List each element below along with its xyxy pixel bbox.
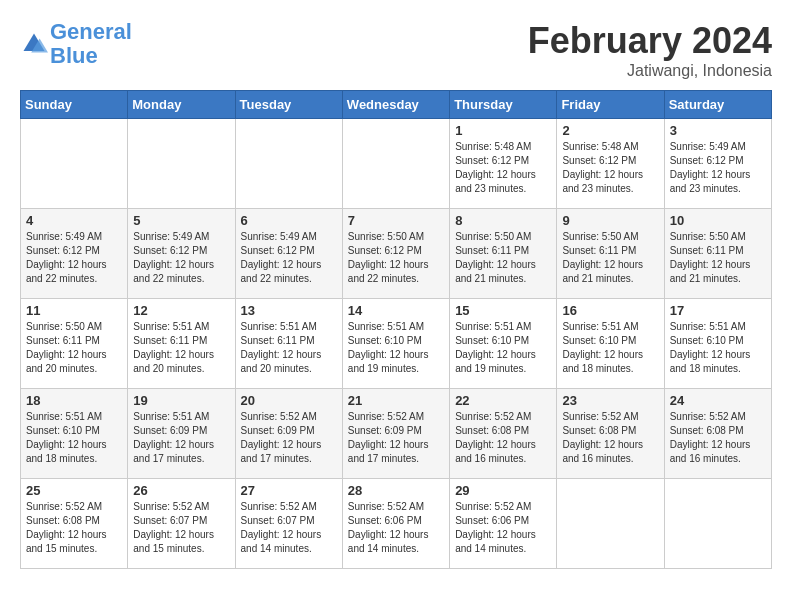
day-cell: 27Sunrise: 5:52 AMSunset: 6:07 PMDayligh… [235, 479, 342, 569]
day-number: 10 [670, 213, 766, 228]
day-cell [342, 119, 449, 209]
day-cell: 19Sunrise: 5:51 AMSunset: 6:09 PMDayligh… [128, 389, 235, 479]
calendar-header-row: SundayMondayTuesdayWednesdayThursdayFrid… [21, 91, 772, 119]
day-cell [128, 119, 235, 209]
day-number: 28 [348, 483, 444, 498]
day-number: 2 [562, 123, 658, 138]
day-info: Sunrise: 5:52 AMSunset: 6:08 PMDaylight:… [562, 410, 658, 466]
day-number: 23 [562, 393, 658, 408]
day-number: 3 [670, 123, 766, 138]
day-cell: 15Sunrise: 5:51 AMSunset: 6:10 PMDayligh… [450, 299, 557, 389]
day-number: 12 [133, 303, 229, 318]
logo: General Blue [20, 20, 132, 68]
logo-text: General Blue [50, 20, 132, 68]
day-info: Sunrise: 5:50 AMSunset: 6:11 PMDaylight:… [562, 230, 658, 286]
day-info: Sunrise: 5:52 AMSunset: 6:07 PMDaylight:… [133, 500, 229, 556]
col-header-tuesday: Tuesday [235, 91, 342, 119]
day-info: Sunrise: 5:52 AMSunset: 6:06 PMDaylight:… [455, 500, 551, 556]
day-cell: 24Sunrise: 5:52 AMSunset: 6:08 PMDayligh… [664, 389, 771, 479]
day-number: 26 [133, 483, 229, 498]
day-info: Sunrise: 5:52 AMSunset: 6:08 PMDaylight:… [455, 410, 551, 466]
day-cell: 1Sunrise: 5:48 AMSunset: 6:12 PMDaylight… [450, 119, 557, 209]
day-info: Sunrise: 5:49 AMSunset: 6:12 PMDaylight:… [133, 230, 229, 286]
day-info: Sunrise: 5:52 AMSunset: 6:09 PMDaylight:… [348, 410, 444, 466]
day-info: Sunrise: 5:51 AMSunset: 6:11 PMDaylight:… [241, 320, 337, 376]
day-info: Sunrise: 5:50 AMSunset: 6:11 PMDaylight:… [455, 230, 551, 286]
day-number: 25 [26, 483, 122, 498]
day-cell: 10Sunrise: 5:50 AMSunset: 6:11 PMDayligh… [664, 209, 771, 299]
title-block: February 2024 Jatiwangi, Indonesia [528, 20, 772, 80]
day-number: 4 [26, 213, 122, 228]
day-number: 8 [455, 213, 551, 228]
day-cell: 7Sunrise: 5:50 AMSunset: 6:12 PMDaylight… [342, 209, 449, 299]
day-number: 17 [670, 303, 766, 318]
col-header-sunday: Sunday [21, 91, 128, 119]
day-number: 27 [241, 483, 337, 498]
day-cell: 28Sunrise: 5:52 AMSunset: 6:06 PMDayligh… [342, 479, 449, 569]
week-row-2: 4Sunrise: 5:49 AMSunset: 6:12 PMDaylight… [21, 209, 772, 299]
day-info: Sunrise: 5:48 AMSunset: 6:12 PMDaylight:… [562, 140, 658, 196]
day-info: Sunrise: 5:51 AMSunset: 6:10 PMDaylight:… [348, 320, 444, 376]
day-info: Sunrise: 5:52 AMSunset: 6:07 PMDaylight:… [241, 500, 337, 556]
day-cell: 11Sunrise: 5:50 AMSunset: 6:11 PMDayligh… [21, 299, 128, 389]
day-info: Sunrise: 5:49 AMSunset: 6:12 PMDaylight:… [241, 230, 337, 286]
day-cell: 23Sunrise: 5:52 AMSunset: 6:08 PMDayligh… [557, 389, 664, 479]
day-number: 18 [26, 393, 122, 408]
day-cell: 22Sunrise: 5:52 AMSunset: 6:08 PMDayligh… [450, 389, 557, 479]
day-number: 19 [133, 393, 229, 408]
day-number: 20 [241, 393, 337, 408]
day-cell [21, 119, 128, 209]
col-header-wednesday: Wednesday [342, 91, 449, 119]
day-info: Sunrise: 5:52 AMSunset: 6:09 PMDaylight:… [241, 410, 337, 466]
day-cell: 4Sunrise: 5:49 AMSunset: 6:12 PMDaylight… [21, 209, 128, 299]
col-header-monday: Monday [128, 91, 235, 119]
day-info: Sunrise: 5:51 AMSunset: 6:10 PMDaylight:… [562, 320, 658, 376]
day-cell: 3Sunrise: 5:49 AMSunset: 6:12 PMDaylight… [664, 119, 771, 209]
day-number: 22 [455, 393, 551, 408]
day-cell: 5Sunrise: 5:49 AMSunset: 6:12 PMDaylight… [128, 209, 235, 299]
day-cell: 6Sunrise: 5:49 AMSunset: 6:12 PMDaylight… [235, 209, 342, 299]
col-header-saturday: Saturday [664, 91, 771, 119]
day-cell [664, 479, 771, 569]
day-info: Sunrise: 5:50 AMSunset: 6:11 PMDaylight:… [670, 230, 766, 286]
day-cell: 20Sunrise: 5:52 AMSunset: 6:09 PMDayligh… [235, 389, 342, 479]
month-title: February 2024 [528, 20, 772, 62]
day-info: Sunrise: 5:51 AMSunset: 6:10 PMDaylight:… [455, 320, 551, 376]
day-number: 13 [241, 303, 337, 318]
day-number: 14 [348, 303, 444, 318]
day-number: 16 [562, 303, 658, 318]
day-info: Sunrise: 5:52 AMSunset: 6:08 PMDaylight:… [26, 500, 122, 556]
day-cell: 21Sunrise: 5:52 AMSunset: 6:09 PMDayligh… [342, 389, 449, 479]
day-number: 15 [455, 303, 551, 318]
location: Jatiwangi, Indonesia [528, 62, 772, 80]
day-number: 9 [562, 213, 658, 228]
day-info: Sunrise: 5:49 AMSunset: 6:12 PMDaylight:… [26, 230, 122, 286]
day-number: 7 [348, 213, 444, 228]
page-header: General Blue February 2024 Jatiwangi, In… [20, 20, 772, 80]
day-cell: 13Sunrise: 5:51 AMSunset: 6:11 PMDayligh… [235, 299, 342, 389]
day-cell: 16Sunrise: 5:51 AMSunset: 6:10 PMDayligh… [557, 299, 664, 389]
day-info: Sunrise: 5:49 AMSunset: 6:12 PMDaylight:… [670, 140, 766, 196]
logo-icon [20, 30, 48, 58]
week-row-1: 1Sunrise: 5:48 AMSunset: 6:12 PMDaylight… [21, 119, 772, 209]
day-info: Sunrise: 5:51 AMSunset: 6:10 PMDaylight:… [670, 320, 766, 376]
day-info: Sunrise: 5:50 AMSunset: 6:12 PMDaylight:… [348, 230, 444, 286]
calendar-table: SundayMondayTuesdayWednesdayThursdayFrid… [20, 90, 772, 569]
day-cell: 8Sunrise: 5:50 AMSunset: 6:11 PMDaylight… [450, 209, 557, 299]
calendar-body: 1Sunrise: 5:48 AMSunset: 6:12 PMDaylight… [21, 119, 772, 569]
week-row-3: 11Sunrise: 5:50 AMSunset: 6:11 PMDayligh… [21, 299, 772, 389]
day-info: Sunrise: 5:50 AMSunset: 6:11 PMDaylight:… [26, 320, 122, 376]
day-cell: 12Sunrise: 5:51 AMSunset: 6:11 PMDayligh… [128, 299, 235, 389]
week-row-4: 18Sunrise: 5:51 AMSunset: 6:10 PMDayligh… [21, 389, 772, 479]
day-number: 5 [133, 213, 229, 228]
day-cell: 14Sunrise: 5:51 AMSunset: 6:10 PMDayligh… [342, 299, 449, 389]
day-cell: 26Sunrise: 5:52 AMSunset: 6:07 PMDayligh… [128, 479, 235, 569]
col-header-friday: Friday [557, 91, 664, 119]
col-header-thursday: Thursday [450, 91, 557, 119]
week-row-5: 25Sunrise: 5:52 AMSunset: 6:08 PMDayligh… [21, 479, 772, 569]
day-number: 21 [348, 393, 444, 408]
day-cell: 2Sunrise: 5:48 AMSunset: 6:12 PMDaylight… [557, 119, 664, 209]
day-info: Sunrise: 5:51 AMSunset: 6:10 PMDaylight:… [26, 410, 122, 466]
day-info: Sunrise: 5:51 AMSunset: 6:09 PMDaylight:… [133, 410, 229, 466]
day-cell: 18Sunrise: 5:51 AMSunset: 6:10 PMDayligh… [21, 389, 128, 479]
